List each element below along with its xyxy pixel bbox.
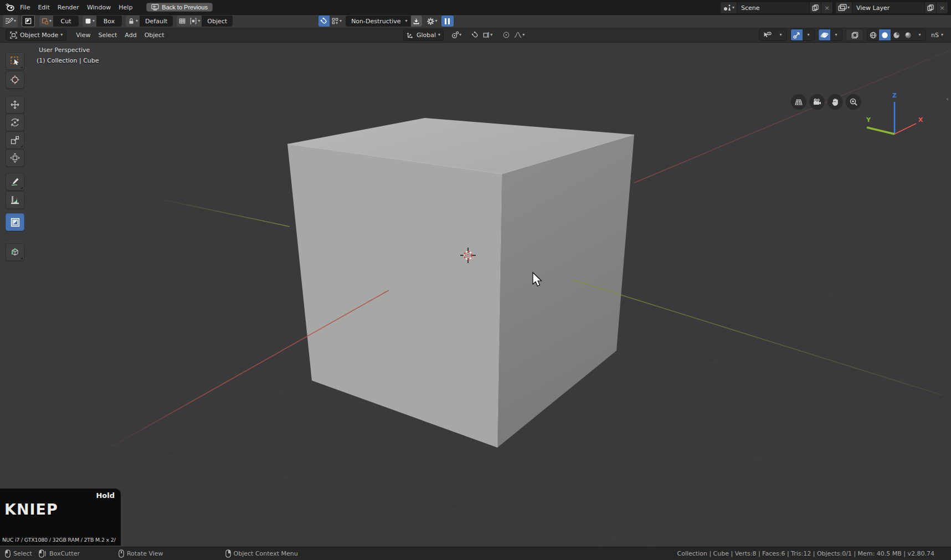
scene-canvas <box>0 42 951 547</box>
shading-rendered-button[interactable] <box>902 29 914 40</box>
pan-hand-button[interactable] <box>827 94 843 110</box>
grid-toggle-button[interactable] <box>177 16 188 27</box>
tool-measure[interactable] <box>6 191 24 209</box>
view-layer-new-button[interactable] <box>924 2 936 13</box>
magnet-icon <box>320 17 328 25</box>
shading-wireframe-button[interactable] <box>867 29 879 40</box>
chevron-down-icon: ▾ <box>136 19 138 23</box>
tool-move[interactable] <box>6 96 24 114</box>
chevron-down-icon: ▾ <box>92 19 95 23</box>
shape-value[interactable]: Box <box>96 16 122 27</box>
hint-select: Select <box>5 549 32 558</box>
scene-browse-button[interactable]: ▾ <box>721 2 737 13</box>
snap-grid-icon <box>331 17 339 25</box>
solid-icon <box>881 31 889 39</box>
scene-delete-button[interactable]: × <box>821 2 832 13</box>
menu-add[interactable]: Add <box>121 32 140 39</box>
show-overlays-button[interactable] <box>819 29 830 40</box>
gizmos-dropdown[interactable]: ▾ <box>803 29 814 40</box>
object-brackets-icon <box>189 17 197 25</box>
tool-hardops[interactable] <box>6 243 24 261</box>
shading-solid-button[interactable] <box>879 29 891 40</box>
selectability-dropdown[interactable]: ▾ <box>775 29 786 40</box>
menu-window[interactable]: Window <box>83 4 115 11</box>
tool-scale[interactable] <box>6 131 24 149</box>
collection-icon-button[interactable]: ▾ <box>188 16 202 27</box>
perspective-toggle-button[interactable] <box>791 94 806 110</box>
scene-stats: Collection | Cube | Verts:8 | Faces:6 | … <box>677 550 934 557</box>
viewport-3d[interactable]: User Perspective (1) Collection | Cube <box>0 42 951 547</box>
export-behavior-button[interactable] <box>410 16 422 27</box>
gizmo-arrow-icon <box>793 31 801 39</box>
pause-button[interactable] <box>441 16 454 27</box>
back-screen-icon <box>151 4 159 11</box>
menu-object[interactable]: Object <box>141 32 168 39</box>
mode-selector[interactable]: Object Mode ▾ <box>6 29 66 41</box>
axis-orientation-gizmo[interactable]: Z Y X <box>859 88 931 143</box>
axis-y-label: Y <box>866 116 871 124</box>
view-layer-browse-button[interactable]: ▾ <box>836 2 852 13</box>
menu-render[interactable]: Render <box>54 4 83 11</box>
shape-icon-button[interactable]: ▾ <box>83 16 96 27</box>
cutter-mode-icon-button[interactable]: ▾ <box>39 16 53 27</box>
close-icon: × <box>939 4 944 12</box>
snap-magnet-button[interactable] <box>318 16 330 27</box>
boxcutter-active-tool-button[interactable] <box>22 15 35 27</box>
menu-help[interactable]: Help <box>115 4 136 11</box>
chevron-down-icon: ▾ <box>405 19 408 23</box>
scene-new-button[interactable] <box>809 2 821 13</box>
view-layer-name[interactable]: View Layer <box>852 4 924 12</box>
view-layer-delete-button[interactable]: × <box>936 2 948 13</box>
download-icon <box>413 18 420 25</box>
tool-boxcutter[interactable] <box>6 213 24 231</box>
cutter-mode-value[interactable]: Cut <box>53 16 79 27</box>
shading-mode-group: ▾ <box>867 29 926 41</box>
pivot-point-selector[interactable]: ▾ <box>449 29 463 40</box>
chevron-down-icon: ▾ <box>490 33 492 37</box>
proportional-editing-button[interactable] <box>501 29 512 40</box>
scene-name[interactable]: Scene <box>737 4 809 12</box>
settings-gear-button[interactable]: ▾ <box>425 17 439 25</box>
hint-context-menu: Object Context Menu <box>225 549 298 558</box>
snap-settings-selector[interactable]: ▾ <box>481 29 494 40</box>
blender-logo-icon[interactable] <box>4 2 16 12</box>
shading-dropdown[interactable]: ▾ <box>914 29 926 40</box>
tool-cursor[interactable] <box>6 71 24 89</box>
back-to-previous-button[interactable]: Back to Previous <box>146 3 213 12</box>
snap-toggle-button[interactable] <box>470 29 481 40</box>
operation-lock-button[interactable]: ▾ <box>126 16 140 27</box>
box-shape-icon <box>84 17 92 25</box>
ns-selector[interactable]: nS ▾ <box>929 29 945 40</box>
transform-orientation-selector[interactable]: Global ▾ <box>403 29 444 41</box>
tool-transform[interactable] <box>6 149 24 167</box>
behavior-value[interactable]: Non-Destructive ▾ <box>346 16 410 27</box>
menu-view[interactable]: View <box>72 32 94 39</box>
material-preview-icon <box>892 31 901 39</box>
menu-select[interactable]: Select <box>94 32 121 39</box>
shading-material-button[interactable] <box>891 29 902 40</box>
tool-annotate[interactable] <box>6 173 24 191</box>
active-tool-selector[interactable]: ▾ <box>3 14 18 28</box>
sidebar-toggle[interactable]: ‹ <box>947 95 949 102</box>
xray-toggle-button[interactable] <box>846 29 863 41</box>
wireframe-icon <box>869 31 877 39</box>
camera-view-button[interactable] <box>809 94 825 110</box>
tool-select-box[interactable] <box>6 52 24 70</box>
menu-file[interactable]: File <box>16 4 34 11</box>
snap-elements-button[interactable]: ▾ <box>330 17 343 25</box>
chevron-down-icon: ▾ <box>340 19 342 23</box>
duplicate-icon <box>812 4 819 11</box>
shape-group: ▾ Box <box>83 16 122 27</box>
orientation-axes-icon <box>407 31 414 39</box>
chevron-down-icon: ▾ <box>14 19 16 23</box>
show-gizmos-button[interactable] <box>791 29 803 40</box>
falloff-curve-icon <box>513 31 522 39</box>
collection-value[interactable]: Object <box>202 16 233 27</box>
overlays-dropdown[interactable]: ▾ <box>830 29 842 40</box>
selectability-filter-button[interactable] <box>759 29 775 40</box>
menu-edit[interactable]: Edit <box>34 4 53 11</box>
proportional-falloff-selector[interactable]: ▾ <box>512 29 526 40</box>
status-bar: Select BoxCutter Rotate View Object Cont… <box>0 547 951 560</box>
tool-rotate[interactable] <box>6 114 24 131</box>
operation-set-value[interactable]: Default <box>140 16 173 27</box>
